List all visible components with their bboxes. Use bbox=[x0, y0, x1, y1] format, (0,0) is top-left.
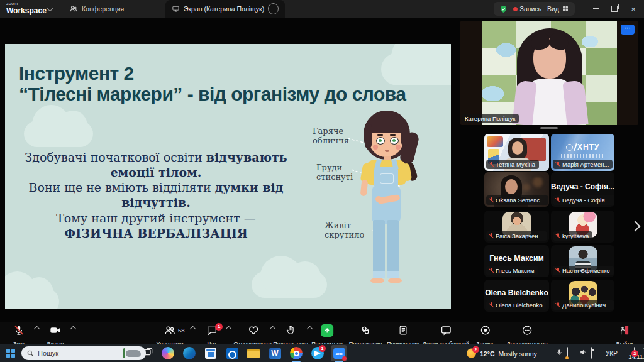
muted-mic-icon bbox=[555, 302, 560, 309]
participant-tile[interactable]: Ведуча - Софія... Ведуча - Софія ... bbox=[551, 172, 614, 207]
taskbar-search[interactable]: Пошук bbox=[21, 346, 146, 360]
participant-tile[interactable]: Данило Кулінич... bbox=[551, 280, 614, 312]
tab-screen-share[interactable]: Экран (Катерина Поліщук) ··· bbox=[165, 0, 285, 18]
chat-options-chevron[interactable] bbox=[226, 326, 232, 332]
participant-name: Ведуча - Софія ... bbox=[562, 197, 611, 204]
participant-display-name: Гнесь Максим bbox=[484, 254, 549, 263]
khntu-logo: ХНТУ bbox=[551, 143, 614, 151]
language-indicator[interactable]: УКР bbox=[606, 350, 618, 357]
task-view-button[interactable] bbox=[143, 347, 153, 359]
recording-indicator[interactable]: Запись bbox=[513, 5, 541, 13]
weather-widget[interactable]: 2 12°C Mostly sunny bbox=[467, 349, 537, 358]
zoom-workspace-logo[interactable]: zoom Workspace bbox=[6, 1, 47, 14]
muted-mic-icon bbox=[555, 268, 560, 274]
participant-face bbox=[512, 141, 523, 155]
tab-conference[interactable]: Конференция bbox=[63, 0, 130, 18]
zoom-meeting-window: zoom Workspace Конференция Экран (Катери… bbox=[0, 0, 644, 362]
participant-tile[interactable]: Настя Єфименко bbox=[551, 245, 614, 277]
windows-start-icon bbox=[6, 349, 15, 358]
minimize-button[interactable] bbox=[586, 0, 605, 18]
notification-badge: 2 bbox=[631, 350, 638, 357]
participant-tile[interactable]: Oksana Semenc... bbox=[484, 172, 549, 207]
speaker-video-tile[interactable]: ··· Катерина Поліщук bbox=[460, 21, 638, 125]
chevron-right-icon bbox=[630, 221, 641, 232]
taskbar-store-icon[interactable] bbox=[203, 345, 219, 361]
notification-button[interactable]: 2 bbox=[634, 348, 635, 359]
participant-tile[interactable]: Тетяна Мухіна bbox=[484, 134, 549, 171]
participant-name: Oksana Semenc... bbox=[496, 197, 545, 204]
participant-tile[interactable]: Раіса Захарчен... bbox=[484, 211, 549, 243]
participant-tile[interactable]: kyryltseva bbox=[551, 211, 614, 243]
girl-eyebrow bbox=[377, 134, 383, 136]
girl-overall-hips bbox=[372, 186, 401, 224]
raised-hand-icon bbox=[285, 324, 296, 336]
search-highlight-manatee-icon bbox=[122, 348, 141, 358]
muted-mic-icon bbox=[555, 162, 560, 168]
tray-cast-button[interactable] bbox=[567, 348, 568, 359]
taskbar-edge-icon[interactable] bbox=[181, 345, 197, 361]
messenger-icon: 1 bbox=[311, 347, 324, 359]
heart-icon bbox=[247, 324, 259, 336]
search-icon bbox=[26, 349, 34, 357]
meeting-status-pill[interactable]: Запись Вид bbox=[494, 2, 575, 16]
close-button[interactable]: × bbox=[624, 0, 643, 18]
taskbar-copilot-icon[interactable] bbox=[160, 345, 176, 361]
next-page-button[interactable] bbox=[629, 219, 641, 234]
muted-mic-icon bbox=[555, 197, 560, 204]
cloud-decoration bbox=[5, 288, 59, 309]
view-button[interactable]: Вид bbox=[547, 5, 569, 13]
speaker-more-options-icon[interactable]: ··· bbox=[621, 25, 635, 35]
panel-drag-handle[interactable] bbox=[540, 127, 558, 129]
girl-eyebrow bbox=[390, 134, 396, 136]
taskbar-chrome-icon[interactable] bbox=[288, 345, 304, 361]
participant-name-tag: Olena Bielchenko bbox=[486, 300, 546, 310]
participants-options-chevron[interactable] bbox=[190, 326, 196, 332]
weather-badge: 2 bbox=[472, 346, 479, 353]
sun-icon: 2 bbox=[467, 349, 476, 358]
close-icon: × bbox=[631, 4, 636, 14]
speaker-name: Катерина Поліщук bbox=[465, 115, 515, 122]
store-icon bbox=[205, 348, 216, 359]
start-button[interactable] bbox=[6, 349, 15, 358]
participant-tile[interactable]: ХНТУ Марія Артемен... bbox=[551, 134, 614, 171]
tab-options-icon[interactable]: ··· bbox=[268, 3, 279, 14]
conference-logo bbox=[487, 136, 503, 147]
tray-battery-button[interactable] bbox=[591, 348, 592, 359]
chrome-icon bbox=[290, 347, 303, 359]
muted-mic-icon bbox=[489, 302, 494, 309]
participant-name-tag: Настя Єфименко bbox=[553, 266, 614, 275]
battery-icon bbox=[591, 347, 592, 359]
camera-icon bbox=[49, 324, 62, 336]
recording-label: Запись bbox=[520, 5, 541, 13]
participant-name: Раіса Захарчен... bbox=[496, 233, 543, 239]
audio-options-chevron[interactable] bbox=[34, 326, 40, 332]
participant-tile[interactable]: Гнесь Максим Гнесь Максим bbox=[484, 245, 549, 277]
body-seg: Вони ще не вміють відділяти bbox=[28, 180, 214, 194]
taskbar-explorer-icon[interactable] bbox=[245, 345, 262, 361]
whiteboard-icon bbox=[440, 324, 452, 336]
participant-tile[interactable]: Olena Bielchenko Olena Bielchenko bbox=[484, 280, 549, 312]
people-icon bbox=[69, 4, 78, 13]
participants-icon bbox=[164, 324, 176, 336]
taskbar-messenger-icon[interactable]: 1 bbox=[309, 345, 326, 361]
participants-count: 58 bbox=[178, 327, 185, 334]
workspace-menu-chevron-icon[interactable] bbox=[47, 6, 53, 12]
cloud-decoration bbox=[252, 272, 327, 298]
taskbar-word-icon[interactable]: W bbox=[267, 345, 283, 361]
tray-volume-button[interactable] bbox=[579, 348, 587, 359]
restore-icon bbox=[611, 6, 618, 12]
girl-foot bbox=[370, 278, 384, 283]
taskbar-zoom-icon[interactable]: zm bbox=[331, 345, 347, 361]
girl-blush bbox=[396, 145, 401, 150]
tray-expand-button[interactable] bbox=[545, 348, 545, 359]
restore-button[interactable] bbox=[605, 0, 624, 18]
girl-eye bbox=[390, 137, 399, 145]
bokeh-decor bbox=[533, 177, 543, 187]
notes-icon bbox=[397, 324, 409, 336]
video-options-chevron[interactable] bbox=[70, 326, 77, 332]
building-windows-decor bbox=[561, 154, 604, 158]
notification-bubble-icon: 2 bbox=[634, 347, 635, 359]
grid-view-icon bbox=[562, 5, 569, 13]
taskbar-outlook-icon[interactable] bbox=[224, 345, 240, 361]
tray-mic-button[interactable] bbox=[556, 348, 563, 359]
